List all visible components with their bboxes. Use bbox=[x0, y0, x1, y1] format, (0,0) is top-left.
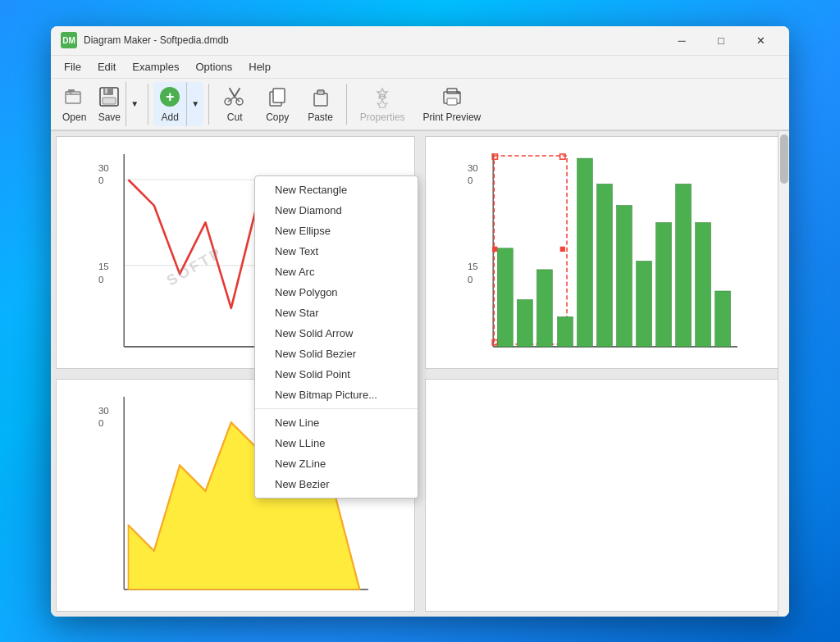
menu-file[interactable]: File bbox=[57, 58, 88, 75]
window-title: Diagram Maker - Softpedia.dmdb bbox=[84, 34, 663, 46]
svg-rect-10 bbox=[314, 93, 327, 106]
content-area: SOFTP 30 0 15 0 30 bbox=[51, 131, 789, 617]
svg-rect-40 bbox=[517, 299, 532, 346]
save-button[interactable]: Save bbox=[93, 82, 126, 126]
cut-icon bbox=[223, 85, 246, 108]
menu-new-arc[interactable]: New Arc bbox=[255, 262, 418, 282]
svg-rect-41 bbox=[536, 269, 552, 346]
menu-new-solid-arrow[interactable]: New Solid Arrow bbox=[255, 323, 418, 344]
svg-text:30: 30 bbox=[98, 162, 109, 172]
open-label: Open bbox=[62, 112, 86, 123]
svg-rect-50 bbox=[715, 291, 731, 347]
menu-new-line[interactable]: New Line bbox=[255, 412, 418, 433]
copy-icon bbox=[266, 85, 289, 108]
bar-chart-panel: 30 0 15 0 bbox=[425, 136, 784, 369]
add-label: Add bbox=[162, 112, 179, 123]
open-button[interactable]: Open bbox=[57, 82, 91, 126]
add-arrow[interactable]: ▼ bbox=[186, 82, 203, 126]
svg-point-16 bbox=[457, 91, 460, 94]
copy-label: Copy bbox=[266, 112, 289, 123]
svg-rect-37 bbox=[492, 246, 497, 251]
svg-text:0: 0 bbox=[468, 175, 472, 185]
main-window: DM Diagram Maker - Softpedia.dmdb ─ □ ✕ … bbox=[51, 26, 789, 617]
menu-examples[interactable]: Examples bbox=[126, 58, 185, 75]
add-dropdown-menu: New Rectangle New Diamond New Ellipse Ne… bbox=[254, 175, 418, 499]
bar-chart-svg: 30 0 15 0 bbox=[426, 137, 783, 368]
close-button[interactable]: ✕ bbox=[742, 29, 779, 52]
svg-rect-5 bbox=[105, 89, 107, 93]
print-preview-button[interactable]: Print Preview bbox=[415, 82, 490, 126]
print-preview-label: Print Preview bbox=[423, 112, 482, 123]
svg-rect-14 bbox=[447, 89, 457, 93]
add-circle-icon: + bbox=[160, 87, 180, 107]
menu-edit[interactable]: Edit bbox=[91, 58, 122, 75]
svg-text:30: 30 bbox=[98, 405, 109, 415]
cut-label: Cut bbox=[227, 112, 243, 123]
svg-text:0: 0 bbox=[98, 274, 103, 284]
separator-3 bbox=[346, 84, 347, 125]
copy-button[interactable]: Copy bbox=[257, 82, 298, 126]
maximize-button[interactable]: □ bbox=[702, 29, 740, 52]
paste-button[interactable]: Paste bbox=[299, 82, 341, 126]
paste-label: Paste bbox=[308, 112, 333, 123]
svg-rect-49 bbox=[696, 222, 711, 346]
app-icon: DM bbox=[61, 32, 77, 48]
menu-new-polygon[interactable]: New Polygon bbox=[255, 282, 418, 303]
print-preview-icon bbox=[441, 85, 463, 108]
separator-2 bbox=[208, 84, 209, 125]
open-button-group: Open bbox=[57, 82, 91, 126]
menu-new-solid-bezier[interactable]: New Solid Bezier bbox=[255, 344, 418, 364]
menu-new-bezier[interactable]: New Bezier bbox=[255, 474, 418, 494]
add-icon: + bbox=[158, 85, 181, 108]
svg-text:30: 30 bbox=[468, 162, 478, 172]
save-label: Save bbox=[98, 112, 121, 123]
svg-rect-34 bbox=[560, 153, 565, 158]
svg-text:15: 15 bbox=[98, 261, 109, 271]
svg-rect-1 bbox=[68, 89, 75, 92]
menu-options[interactable]: Options bbox=[189, 58, 239, 75]
properties-label: Properties bbox=[360, 112, 405, 123]
menu-new-solid-point[interactable]: New Solid Point bbox=[255, 364, 418, 385]
svg-rect-3 bbox=[103, 88, 113, 95]
separator-1 bbox=[148, 84, 148, 125]
svg-rect-9 bbox=[273, 89, 285, 102]
scrollbar-thumb[interactable] bbox=[780, 134, 788, 184]
svg-rect-47 bbox=[656, 222, 672, 346]
properties-button: Properties bbox=[352, 82, 413, 126]
menu-new-lline[interactable]: New LLine bbox=[255, 433, 418, 453]
svg-rect-46 bbox=[637, 261, 652, 346]
svg-rect-38 bbox=[560, 246, 565, 251]
menu-new-rectangle[interactable]: New Rectangle bbox=[255, 180, 418, 200]
minimize-button[interactable]: ─ bbox=[663, 29, 701, 52]
save-arrow[interactable]: ▼ bbox=[126, 82, 143, 126]
cut-button[interactable]: Cut bbox=[214, 82, 255, 126]
svg-rect-48 bbox=[676, 184, 692, 346]
svg-rect-45 bbox=[617, 205, 632, 346]
svg-rect-42 bbox=[558, 316, 573, 347]
svg-rect-15 bbox=[447, 98, 457, 105]
empty-chart-panel bbox=[425, 379, 784, 612]
menu-new-text[interactable]: New Text bbox=[255, 241, 418, 262]
svg-rect-4 bbox=[103, 98, 116, 104]
menu-new-zline[interactable]: New ZLine bbox=[255, 453, 418, 474]
add-button[interactable]: + Add bbox=[153, 82, 186, 126]
svg-text:0: 0 bbox=[98, 418, 103, 428]
svg-text:0: 0 bbox=[98, 175, 103, 185]
menu-new-bitmap[interactable]: New Bitmap Picture... bbox=[255, 385, 418, 405]
open-icon bbox=[63, 85, 86, 108]
dropdown-overlay: New Rectangle New Diamond New Ellipse Ne… bbox=[254, 175, 418, 499]
vertical-scrollbar[interactable] bbox=[778, 131, 789, 617]
svg-rect-0 bbox=[66, 92, 80, 103]
svg-text:15: 15 bbox=[468, 261, 478, 271]
menu-new-star[interactable]: New Star bbox=[255, 303, 418, 323]
properties-icon bbox=[371, 85, 394, 108]
menu-help[interactable]: Help bbox=[242, 58, 277, 75]
menu-new-ellipse[interactable]: New Ellipse bbox=[255, 221, 418, 241]
svg-rect-44 bbox=[597, 184, 613, 346]
add-button-group: + Add ▼ bbox=[153, 82, 203, 126]
toolbar: Open Save ▼ bbox=[51, 79, 789, 131]
save-icon bbox=[98, 85, 121, 108]
menu-new-diamond[interactable]: New Diamond bbox=[255, 200, 418, 221]
svg-rect-43 bbox=[578, 158, 593, 347]
paste-icon bbox=[309, 85, 332, 108]
